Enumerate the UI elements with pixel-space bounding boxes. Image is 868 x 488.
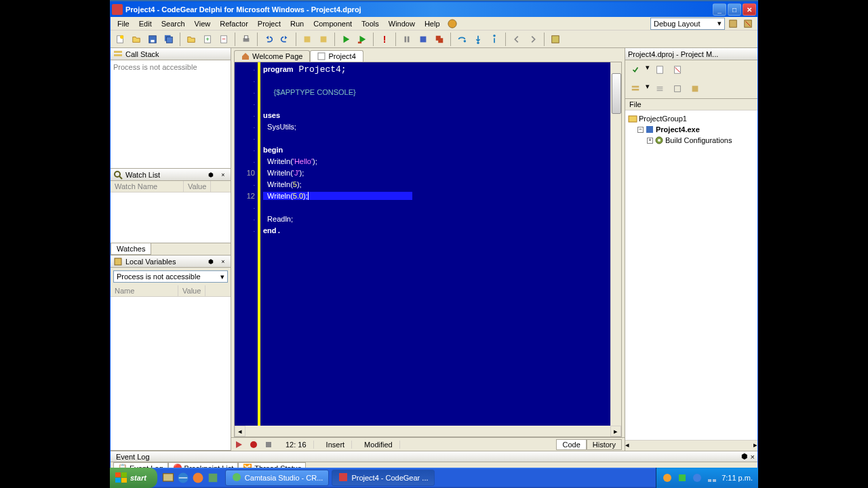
menu-edit[interactable]: Edit (135, 18, 156, 29)
navback-icon[interactable] (510, 33, 524, 46)
scroll-left-icon[interactable]: ◂ (235, 426, 245, 436)
pm-collapse-icon[interactable] (670, 82, 685, 96)
vertical-scrollbar[interactable] (610, 62, 621, 426)
tree-build-configs[interactable]: + Build Configurations (628, 135, 755, 146)
save-icon[interactable] (146, 33, 159, 46)
pm-sync-icon[interactable] (688, 82, 703, 96)
minimize-button[interactable]: _ (713, 3, 726, 16)
taskbar[interactable]: start Camtasia Studio - CR... Project4 -… (110, 468, 758, 488)
stop-icon[interactable] (416, 33, 430, 46)
macro-record-icon[interactable] (249, 440, 258, 449)
scroll-right-icon[interactable]: ▸ (610, 426, 621, 436)
code-text[interactable]: program Project4; {$APPTYPE CONSOLE} use… (260, 62, 610, 426)
watch-col-name[interactable]: Watch Name (111, 181, 184, 192)
watch-col-value[interactable]: Value (184, 181, 211, 192)
menu-search[interactable]: Search (157, 18, 189, 29)
extra1-icon[interactable] (300, 33, 314, 46)
menu-run[interactable]: Run (286, 18, 308, 29)
pin-icon[interactable]: ⬢ (206, 170, 216, 180)
break-icon[interactable]: ! (378, 33, 391, 46)
horizontal-scrollbar[interactable]: ◂ ▸ (235, 426, 621, 436)
stepout-icon[interactable] (488, 33, 501, 46)
pm-activate-icon[interactable] (628, 63, 643, 77)
help-icon[interactable] (446, 17, 459, 30)
redo-icon[interactable] (278, 33, 292, 46)
print-icon[interactable] (239, 33, 253, 46)
code-view-tab[interactable]: Code (556, 439, 586, 450)
watches-tab[interactable]: Watches (111, 243, 151, 255)
ql-desktop-icon[interactable] (161, 470, 175, 485)
local-col-name[interactable]: Name (111, 285, 178, 296)
pm-col-file[interactable]: File (625, 99, 757, 110)
tray-clock[interactable]: 7:11 p.m. (722, 474, 753, 482)
tray-network-icon[interactable] (707, 472, 717, 483)
pm-remove-icon[interactable] (670, 63, 685, 77)
extra2-icon[interactable] (317, 33, 330, 46)
add-file-icon[interactable]: + (201, 33, 214, 46)
ql-app-icon[interactable] (206, 470, 220, 485)
run-icon[interactable] (339, 33, 353, 46)
process-combo[interactable]: Process is not accessible ▾ (113, 270, 228, 283)
ql-media-icon[interactable] (191, 470, 205, 485)
pm-new-icon[interactable] (652, 63, 667, 77)
project-tree[interactable]: ProjectGroup1 − Project4.exe + Build Con… (625, 110, 757, 440)
menu-view[interactable]: View (191, 18, 215, 29)
expand-icon[interactable]: + (647, 138, 653, 144)
system-tray[interactable]: 7:11 p.m. (656, 468, 758, 488)
maximize-button[interactable]: □ (728, 3, 741, 16)
chevron-down-icon[interactable]: ▾ (646, 63, 650, 77)
stepover-icon[interactable] (455, 33, 469, 46)
close-panel-icon[interactable]: × (218, 257, 228, 266)
history-view-tab[interactable]: History (587, 439, 622, 450)
tray-icon[interactable] (692, 472, 703, 483)
menu-component[interactable]: Component (309, 18, 356, 29)
macro-play-icon[interactable] (234, 440, 243, 449)
macro-stop-icon[interactable] (264, 440, 273, 449)
undo-icon[interactable] (262, 33, 275, 46)
collapse-icon[interactable]: − (637, 127, 644, 133)
menu-help[interactable]: Help (420, 18, 444, 29)
run-no-debug-icon[interactable] (355, 33, 369, 46)
ql-ie-icon[interactable] (176, 470, 190, 485)
stepinto-icon[interactable] (471, 33, 485, 46)
pm-scrollbar[interactable]: ◂▸ (625, 440, 757, 451)
start-button[interactable]: start (110, 468, 157, 488)
close-button[interactable]: ✕ (743, 3, 756, 16)
pause-icon[interactable] (400, 33, 414, 46)
open-icon[interactable] (130, 33, 143, 46)
tray-icon[interactable] (662, 472, 673, 483)
menu-refactor[interactable]: Refactor (216, 18, 252, 29)
toolpalette-icon[interactable] (549, 33, 562, 46)
tray-icon[interactable] (677, 472, 688, 483)
pm-view1-icon[interactable] (628, 82, 643, 96)
close-panel-icon[interactable]: × (218, 170, 228, 180)
menu-project[interactable]: Project (254, 18, 285, 29)
remove-file-icon[interactable]: − (217, 33, 231, 46)
code-editor[interactable]: · · · · · · · · · 10 · 12 · · · program … (234, 62, 622, 437)
new-item-icon[interactable] (113, 33, 127, 46)
tree-project-exe[interactable]: − Project4.exe (628, 124, 755, 135)
task-delphi[interactable]: Project4 - CodeGear ... (332, 470, 434, 486)
save-layout-icon[interactable] (726, 17, 740, 30)
tree-projectgroup[interactable]: ProjectGroup1 (628, 113, 755, 124)
menu-file[interactable]: File (113, 18, 134, 29)
gutter[interactable]: · · · · · · · · · 10 · 12 · · · (235, 62, 260, 426)
close-panel-icon[interactable]: × (751, 453, 755, 461)
delete-layout-icon[interactable] (741, 17, 755, 30)
tab-welcome[interactable]: Welcome Page (234, 50, 310, 62)
chevron-down-icon[interactable]: ▾ (646, 82, 650, 96)
pin-icon[interactable]: ⬢ (206, 257, 216, 266)
local-col-value[interactable]: Value (178, 285, 205, 296)
pin-icon[interactable]: ⬢ (741, 452, 748, 461)
menu-window[interactable]: Window (384, 18, 419, 29)
pm-expand-icon[interactable] (652, 82, 667, 96)
navfwd-icon[interactable] (526, 33, 540, 46)
menu-tools[interactable]: Tools (357, 18, 383, 29)
saveall-icon[interactable] (162, 33, 176, 46)
eventlog-panel-header[interactable]: Event Log ⬢ × (111, 451, 757, 462)
titlebar[interactable]: Project4 - CodeGear Delphi for Microsoft… (111, 2, 757, 17)
open-project-icon[interactable] (184, 33, 198, 46)
layout-combo[interactable]: Debug Layout ▾ (650, 18, 725, 30)
tab-project4[interactable]: Project4 (310, 50, 363, 62)
stop-all-icon[interactable] (433, 33, 446, 46)
